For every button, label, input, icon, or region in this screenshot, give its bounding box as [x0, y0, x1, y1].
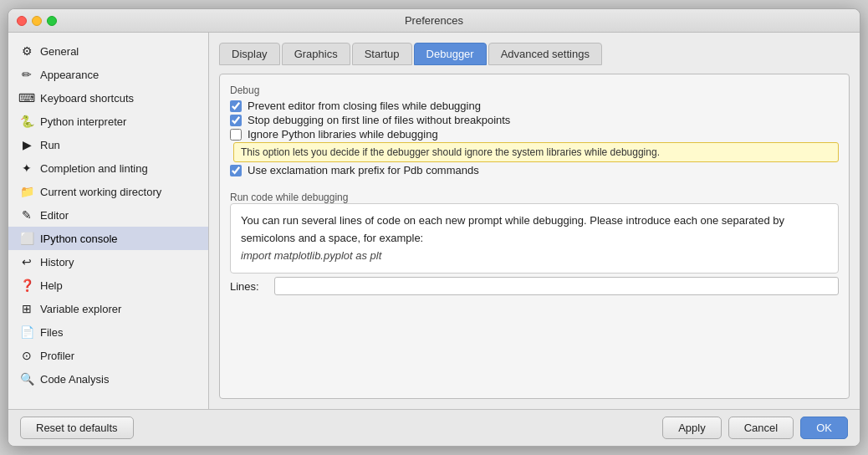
run-code-box: You can run several lines of code on eac…: [230, 203, 839, 274]
tab-debugger[interactable]: Debugger: [414, 43, 487, 65]
run-icon: ▶: [20, 138, 33, 151]
sidebar-item-label-profiler: Profiler: [40, 350, 74, 362]
traffic-lights: [17, 16, 57, 26]
sidebar-item-label-current-working-directory: Current working directory: [40, 186, 161, 198]
run-code-section: Run code while debugging You can run sev…: [230, 187, 839, 295]
debug-section-title: Debug: [230, 84, 839, 96]
checkbox-prevent-editor-label: Prevent editor from closing files while …: [248, 100, 481, 112]
checkbox-ignore-python-input[interactable]: [230, 129, 242, 141]
sidebar-item-python-interpreter[interactable]: 🐍Python interpreter: [8, 110, 208, 133]
close-button[interactable]: [17, 16, 27, 26]
footer-right: Apply Cancel OK: [662, 417, 848, 439]
run-code-title: Run code while debugging: [230, 192, 839, 203]
sidebar-item-files[interactable]: 📄Files: [8, 320, 208, 344]
apply-button[interactable]: Apply: [662, 417, 722, 439]
sidebar-item-keyboard-shortcuts[interactable]: ⌨Keyboard shortcuts: [8, 86, 208, 110]
sidebar-item-label-completion-and-linting: Completion and linting: [40, 162, 148, 175]
sidebar-item-current-working-directory[interactable]: 📁Current working directory: [8, 180, 208, 203]
tab-bar: DisplayGraphicsStartupDebuggerAdvanced s…: [219, 43, 850, 65]
python-interpreter-icon: 🐍: [20, 115, 33, 128]
sidebar-item-label-code-analysis: Code Analysis: [40, 373, 109, 386]
completion-and-linting-icon: ✦: [20, 161, 33, 175]
sidebar-item-label-variable-explorer: Variable explorer: [40, 303, 121, 315]
maximize-button[interactable]: [47, 16, 57, 26]
sidebar-item-help[interactable]: ❓Help: [8, 274, 208, 297]
checkbox-prevent-editor-input[interactable]: [230, 100, 242, 112]
panel: Debug Prevent editor from closing files …: [219, 74, 850, 399]
titlebar: Preferences: [8, 9, 860, 33]
variable-explorer-icon: ⊞: [20, 302, 33, 315]
sidebar-item-ipython-console[interactable]: ⬜IPython console: [8, 227, 208, 250]
checkbox-stop-debugging-input[interactable]: [230, 115, 242, 126]
sidebar-item-label-help: Help: [40, 279, 63, 292]
sidebar-item-label-history: History: [40, 256, 74, 268]
footer-left: Reset to defaults: [20, 417, 134, 439]
checkbox-use-exclamation: Use exclamation mark prefix for Pdb comm…: [230, 164, 839, 176]
tab-display[interactable]: Display: [219, 43, 280, 65]
sidebar-item-label-editor: Editor: [40, 209, 69, 222]
debug-section: Debug Prevent editor from closing files …: [230, 84, 839, 178]
main-content: ⚙General✏Appearance⌨Keyboard shortcuts🐍P…: [8, 33, 860, 409]
lines-input[interactable]: [274, 277, 839, 295]
code-analysis-icon: 🔍: [20, 372, 33, 386]
sidebar-item-general[interactable]: ⚙General: [8, 39, 208, 63]
sidebar-item-label-ipython-console: IPython console: [40, 233, 118, 245]
sidebar-item-label-python-interpreter: Python interpreter: [40, 115, 126, 128]
cancel-button[interactable]: Cancel: [728, 417, 794, 439]
checkbox-ignore-python: Ignore Python libraries while debugging: [230, 128, 839, 141]
tab-startup[interactable]: Startup: [352, 43, 412, 65]
sidebar-item-label-keyboard-shortcuts: Keyboard shortcuts: [40, 92, 134, 105]
tab-advanced-settings[interactable]: Advanced settings: [488, 43, 602, 65]
checkbox-use-exclamation-label: Use exclamation mark prefix for Pdb comm…: [248, 164, 479, 176]
sidebar-item-editor[interactable]: ✎Editor: [8, 203, 208, 227]
editor-icon: ✎: [20, 208, 33, 222]
sidebar-item-label-files: Files: [40, 326, 63, 339]
general-icon: ⚙: [20, 44, 33, 58]
sidebar: ⚙General✏Appearance⌨Keyboard shortcuts🐍P…: [8, 33, 209, 409]
preferences-window: Preferences ⚙General✏Appearance⌨Keyboard…: [8, 8, 860, 447]
files-icon: 📄: [20, 325, 33, 339]
ok-button[interactable]: OK: [800, 417, 848, 439]
help-icon: ❓: [20, 279, 33, 292]
checkbox-use-exclamation-input[interactable]: [230, 165, 242, 176]
profiler-icon: ⊙: [20, 349, 33, 362]
sidebar-item-run[interactable]: ▶Run: [8, 133, 208, 156]
checkbox-stop-debugging: Stop debugging on first line of files wi…: [230, 114, 839, 126]
keyboard-shortcuts-icon: ⌨: [20, 91, 33, 105]
tab-graphics[interactable]: Graphics: [282, 43, 350, 65]
main-area: DisplayGraphicsStartupDebuggerAdvanced s…: [209, 33, 860, 409]
current-working-directory-icon: 📁: [20, 185, 33, 198]
sidebar-item-label-appearance: Appearance: [40, 69, 99, 81]
lines-label: Lines:: [230, 280, 268, 293]
tooltip-box: This option lets you decide if the debug…: [233, 142, 839, 162]
appearance-icon: ✏: [20, 68, 33, 81]
checkbox-ignore-python-label: Ignore Python libraries while debugging: [248, 128, 438, 141]
ipython-console-icon: ⬜: [20, 232, 33, 245]
checkbox-prevent-editor: Prevent editor from closing files while …: [230, 100, 839, 112]
run-code-description: You can run several lines of code on eac…: [241, 214, 784, 244]
sidebar-item-history[interactable]: ↩History: [8, 250, 208, 274]
sidebar-item-variable-explorer[interactable]: ⊞Variable explorer: [8, 297, 208, 320]
lines-row: Lines:: [230, 277, 839, 295]
run-code-example: import matplotlib.pyplot as plt: [241, 249, 381, 262]
sidebar-item-completion-and-linting[interactable]: ✦Completion and linting: [8, 156, 208, 180]
reset-defaults-button[interactable]: Reset to defaults: [20, 417, 134, 439]
checkbox-stop-debugging-label: Stop debugging on first line of files wi…: [248, 114, 510, 126]
sidebar-item-label-general: General: [40, 45, 79, 58]
sidebar-item-profiler[interactable]: ⊙Profiler: [8, 344, 208, 367]
footer: Reset to defaults Apply Cancel OK: [8, 409, 860, 446]
sidebar-item-appearance[interactable]: ✏Appearance: [8, 63, 208, 86]
minimize-button[interactable]: [32, 16, 42, 26]
history-icon: ↩: [20, 255, 33, 268]
sidebar-item-code-analysis[interactable]: 🔍Code Analysis: [8, 367, 208, 391]
window-title: Preferences: [405, 14, 463, 27]
sidebar-item-label-run: Run: [40, 139, 60, 151]
